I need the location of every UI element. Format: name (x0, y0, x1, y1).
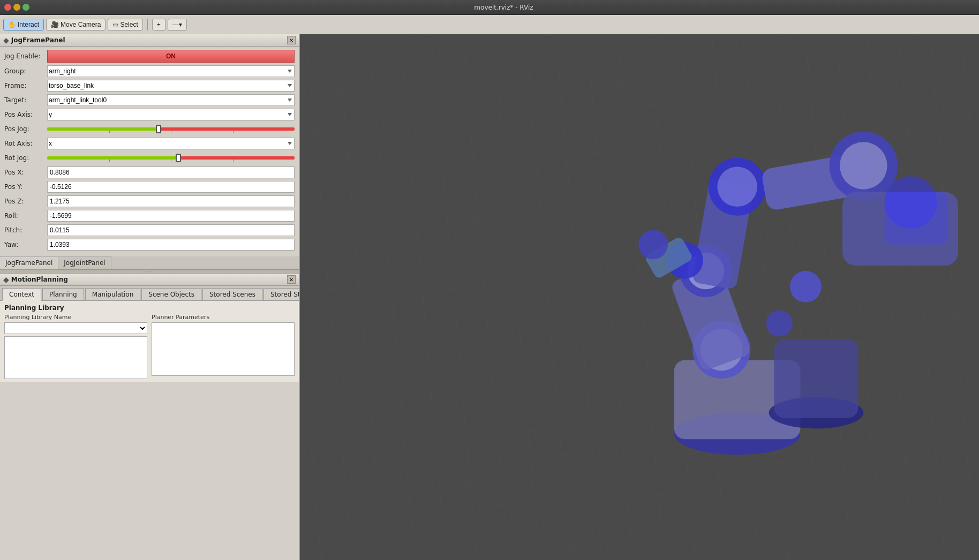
tick-1 (109, 131, 110, 133)
pos-jog-slider-container[interactable] (47, 123, 295, 135)
rot-tick-3 (233, 160, 234, 162)
arrow-button[interactable]: —▾ (168, 19, 187, 31)
svg-rect-17 (885, 192, 948, 245)
group-label: Group: (4, 67, 47, 75)
add-button[interactable]: + (152, 19, 165, 31)
planner-params-textarea[interactable] (152, 322, 295, 376)
tab-manipulation[interactable]: Manipulation (85, 288, 141, 300)
pos-y-input[interactable]: -0.5126 (47, 181, 295, 193)
maximize-button[interactable] (22, 4, 29, 11)
rot-tick-2 (171, 160, 171, 162)
pos-jog-thumb[interactable] (156, 125, 161, 133)
minimize-button[interactable] (13, 4, 20, 11)
plus-icon: + (157, 21, 161, 28)
rot-axis-row: Rot Axis: x (4, 138, 295, 149)
rot-jog-slider-container[interactable] (47, 152, 295, 164)
svg-point-21 (790, 271, 822, 302)
planning-library-title: Planning Library (4, 304, 295, 312)
planning-grid: Planning Library Name Planner Parameters (4, 314, 295, 379)
jog-enable-button[interactable]: ON (47, 50, 295, 63)
pos-jog-track (47, 127, 295, 131)
camera-icon: 🎥 (51, 21, 59, 28)
motion-planning-panel: ◆ MotionPlanning ✕ Context Planning Mani… (0, 274, 299, 382)
panel-diamond-icon: ◆ (3, 36, 9, 44)
close-button[interactable] (4, 4, 11, 11)
svg-point-22 (766, 311, 793, 337)
pos-z-label: Pos Z: (4, 198, 47, 205)
toolbar-separator-1 (147, 19, 148, 31)
titlebar: moveit.rviz* - RViz (0, 0, 979, 15)
jog-frame-form: Jog Enable: ON Group: arm_right Frame: t… (0, 47, 299, 256)
pos-axis-select[interactable]: y (47, 109, 295, 120)
jog-enable-row: Jog Enable: ON (4, 50, 295, 63)
window-controls[interactable] (4, 4, 29, 11)
svg-rect-24 (774, 339, 858, 418)
planning-select-row (4, 322, 147, 334)
tab-planning[interactable]: Planning (42, 288, 84, 300)
move-camera-button[interactable]: 🎥 Move Camera (46, 19, 106, 31)
interact-icon: ✋ (8, 21, 16, 28)
pos-jog-label: Pos Jog: (4, 125, 47, 133)
tab-scene-objects[interactable]: Scene Objects (141, 288, 201, 300)
motion-planning-tabs: Context Planning Manipulation Scene Obje… (0, 286, 299, 301)
jog-frame-panel-close[interactable]: ✕ (287, 36, 296, 44)
target-select[interactable]: arm_right_link_tool0 (47, 94, 295, 106)
interact-button[interactable]: ✋ Interact (3, 19, 44, 31)
svg-rect-1 (306, 34, 973, 560)
motion-planning-title: MotionPlanning (11, 276, 285, 283)
svg-point-11 (717, 167, 757, 207)
planning-library-name-label: Planning Library Name (4, 314, 147, 321)
jog-frame-panel-header: ◆ JogFramePanel ✕ (0, 34, 299, 47)
tab-context[interactable]: Context (2, 288, 41, 301)
frame-row: Frame: torso_base_link (4, 80, 295, 92)
rot-jog-track (47, 156, 295, 160)
planning-library-select[interactable] (4, 322, 147, 334)
move-camera-label: Move Camera (61, 21, 101, 28)
target-label: Target: (4, 96, 47, 104)
rot-jog-track-red (178, 156, 295, 160)
jog-frame-panel-title: JogFramePanel (11, 36, 285, 44)
tab-jog-joint-panel[interactable]: JogJointPanel (58, 256, 111, 269)
pos-z-input[interactable]: 1.2175 (47, 195, 295, 207)
rot-jog-thumb[interactable] (176, 154, 181, 162)
group-select[interactable]: arm_right (47, 65, 295, 77)
tab-stored-scenes[interactable]: Stored Scenes (202, 288, 262, 300)
yaw-input[interactable]: 1.0393 (47, 239, 295, 251)
planning-library-name-col: Planning Library Name (4, 314, 147, 379)
pos-axis-label: Pos Axis: (4, 111, 47, 118)
resize-divider[interactable] (0, 269, 299, 274)
roll-label: Roll: (4, 212, 47, 220)
rot-jog-row: Rot Jog: (4, 152, 295, 164)
pos-x-input[interactable]: 0.8086 (47, 167, 295, 178)
frame-select[interactable]: torso_base_link (47, 80, 295, 92)
motion-planning-close[interactable]: ✕ (287, 275, 296, 284)
motion-planning-header: ◆ MotionPlanning ✕ (0, 274, 299, 286)
rot-jog-label: Rot Jog: (4, 154, 47, 162)
pos-axis-row: Pos Axis: y (4, 109, 295, 120)
planning-tab-content: Planning Library Planning Library Name P… (0, 301, 299, 382)
arrow-icon: —▾ (172, 21, 182, 28)
select-button[interactable]: ▭ Select (108, 19, 142, 31)
pos-jog-track-red (159, 127, 295, 131)
tick-3 (233, 131, 234, 133)
pos-y-label: Pos Y: (4, 183, 47, 191)
jog-panel-tabs: JogFramePanel JogJointPanel (0, 256, 299, 269)
pos-z-row: Pos Z: 1.2175 (4, 195, 295, 207)
svg-point-14 (840, 142, 887, 189)
pitch-input[interactable]: 0.0115 (47, 224, 295, 236)
rot-jog-track-green (47, 156, 178, 160)
roll-row: Roll: -1.5699 (4, 210, 295, 222)
rot-axis-select[interactable]: x (47, 138, 295, 149)
pitch-label: Pitch: (4, 226, 47, 234)
pos-x-label: Pos X: (4, 169, 47, 176)
group-row: Group: arm_right (4, 65, 295, 77)
3d-viewport[interactable] (300, 34, 979, 560)
main-container: ◆ JogFramePanel ✕ Jog Enable: ON Group: … (0, 34, 979, 560)
tab-stored-states[interactable]: Stored States (263, 288, 300, 300)
frame-label: Frame: (4, 82, 47, 89)
pos-x-row: Pos X: 0.8086 (4, 167, 295, 178)
pitch-row: Pitch: 0.0115 (4, 224, 295, 236)
tab-jog-frame-panel[interactable]: JogFramePanel (0, 256, 58, 269)
roll-input[interactable]: -1.5699 (47, 210, 295, 222)
target-row: Target: arm_right_link_tool0 (4, 94, 295, 106)
